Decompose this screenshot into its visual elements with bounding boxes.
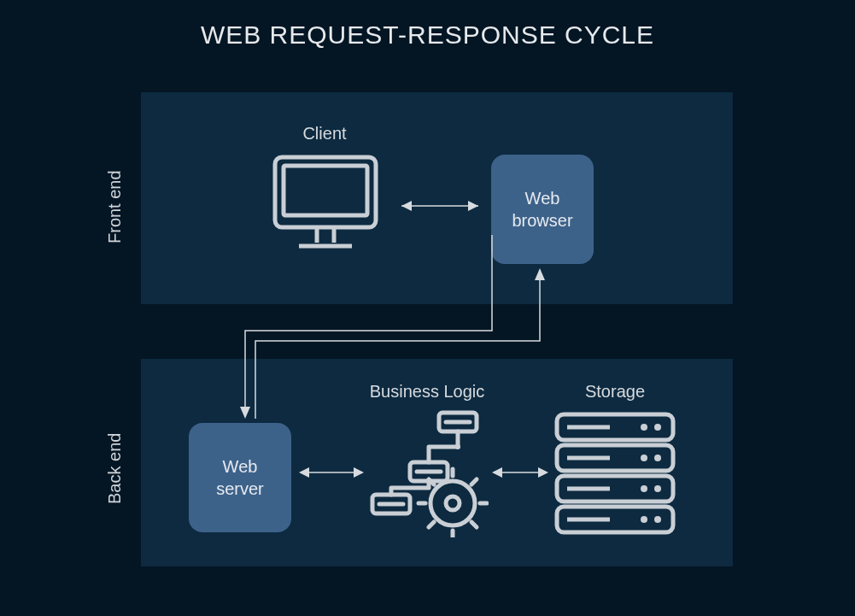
svg-point-21 (455, 444, 460, 449)
client-label: Client (273, 124, 376, 144)
svg-point-5 (430, 481, 475, 525)
svg-line-12 (471, 522, 477, 527)
server-stack-icon (552, 409, 678, 539)
svg-point-33 (654, 455, 661, 461)
workflow-gear-icon (369, 409, 489, 537)
svg-point-32 (641, 455, 647, 461)
web-server-label: Web server (216, 455, 264, 500)
svg-point-37 (654, 516, 661, 523)
svg-line-13 (471, 479, 477, 484)
business-logic-label: Business Logic (342, 382, 512, 402)
backend-label: Back end (105, 433, 125, 504)
svg-point-31 (654, 424, 661, 431)
svg-point-34 (641, 485, 647, 492)
diagram-title: WEB REQUEST-RESPONSE CYCLE (0, 21, 855, 50)
svg-point-36 (641, 516, 647, 523)
svg-rect-1 (284, 166, 367, 215)
svg-point-6 (446, 496, 460, 510)
frontend-panel (141, 92, 733, 304)
monitor-icon (270, 152, 381, 255)
web-browser-label: Web browser (512, 187, 572, 232)
web-browser-node: Web browser (491, 155, 594, 264)
frontend-label: Front end (105, 170, 125, 243)
svg-line-14 (429, 522, 434, 527)
storage-label: Storage (559, 382, 671, 402)
web-server-node: Web server (189, 423, 291, 532)
svg-point-30 (641, 424, 647, 431)
svg-point-35 (654, 485, 661, 492)
